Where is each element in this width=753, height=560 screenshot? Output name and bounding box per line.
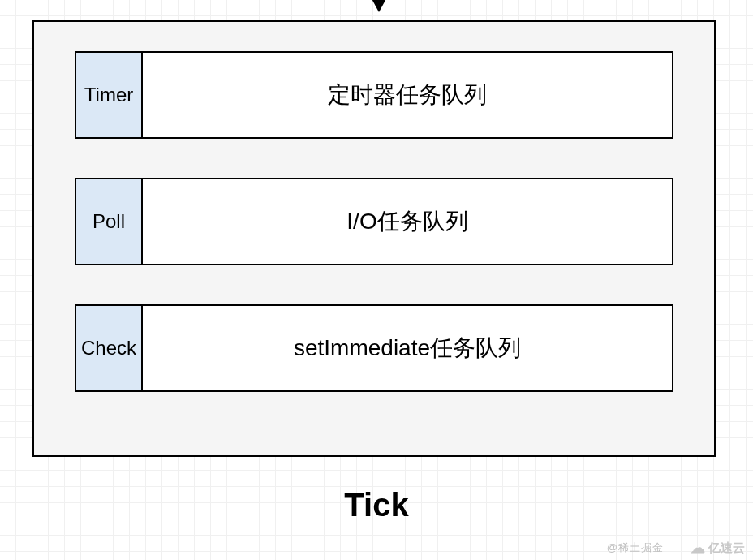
watermark-yisu-text: 亿速云 — [708, 541, 745, 556]
phase-queue-check: setImmediate任务队列 — [141, 304, 673, 392]
phase-queue-timer: 定时器任务队列 — [141, 51, 673, 139]
tick-title: Tick — [0, 487, 753, 523]
phase-row-timer: Timer 定时器任务队列 — [75, 51, 673, 139]
phase-queue-poll: I/O任务队列 — [141, 178, 673, 265]
phase-label-check: Check — [75, 304, 141, 392]
watermark-yisu: ☁ 亿速云 — [691, 539, 745, 557]
phase-row-poll: Poll I/O任务队列 — [75, 178, 673, 265]
arrow-down-icon — [369, 0, 389, 12]
phase-row-check: Check setImmediate任务队列 — [75, 304, 673, 392]
cloud-icon: ☁ — [691, 539, 705, 557]
tick-container: Timer 定时器任务队列 Poll I/O任务队列 Check setImme… — [32, 20, 716, 457]
phase-label-poll: Poll — [75, 178, 141, 265]
phase-label-timer: Timer — [75, 51, 141, 139]
watermark-juejin: @稀土掘金 — [607, 541, 664, 555]
